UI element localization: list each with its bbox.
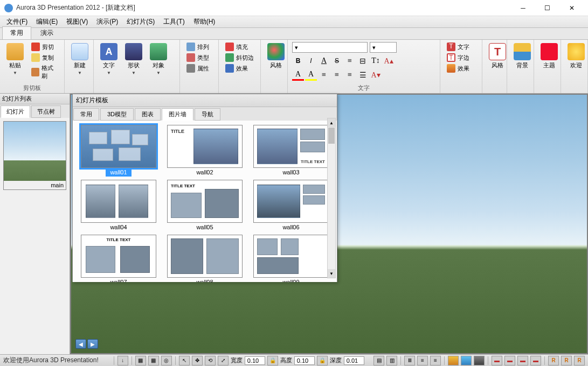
font-family-combo[interactable]: ▾ xyxy=(292,42,368,53)
ribbon-tab-common[interactable]: 常用 xyxy=(2,26,31,39)
new-button[interactable]: 新建 ▼ xyxy=(69,42,91,76)
increase-size-button[interactable]: A▴ xyxy=(383,55,395,67)
template-item[interactable]: TITLEwall02 xyxy=(163,125,246,177)
font-size-combo[interactable]: ▾ xyxy=(370,42,397,53)
menu-view[interactable]: 视图(V) xyxy=(62,16,92,27)
template-item[interactable]: wall01 xyxy=(77,125,160,177)
ribbon-tab-present[interactable]: 演示 xyxy=(32,26,61,39)
status-r3[interactable]: R xyxy=(574,356,585,365)
status-btn-2[interactable]: ▦ xyxy=(135,356,146,365)
style-button[interactable]: 风格 xyxy=(265,42,287,71)
template-item[interactable]: TITLE TEXTwall03 xyxy=(250,125,333,177)
template-item[interactable]: wall09 xyxy=(250,235,333,282)
template-tab-chart[interactable]: 图表 xyxy=(135,108,161,121)
copy-button[interactable]: 复制 xyxy=(29,53,60,62)
scroll-down-button[interactable]: ▼ xyxy=(328,269,335,278)
status-color-1[interactable] xyxy=(448,356,459,365)
status-r2[interactable]: R xyxy=(561,356,572,365)
align-center-button[interactable]: ≡ xyxy=(331,69,343,81)
format-brush-button[interactable]: 格式刷 xyxy=(29,64,60,81)
status-cursor-button[interactable]: ↖ xyxy=(179,356,190,365)
status-dist-1[interactable]: ▬ xyxy=(492,356,502,365)
status-btn-3[interactable]: ▦ xyxy=(148,356,159,365)
template-tab-picwall[interactable]: 图片墙 xyxy=(162,108,193,121)
property-button[interactable]: 属性 xyxy=(184,64,211,73)
nav-prev-button[interactable]: ◀ xyxy=(75,339,86,349)
text-effect-button[interactable]: 效果 xyxy=(445,64,472,73)
arrange-button[interactable]: 排列 xyxy=(184,42,211,52)
status-tool-a[interactable]: ▤ xyxy=(373,356,384,365)
nav-next-button[interactable]: ▶ xyxy=(87,339,98,349)
font-color-button[interactable]: A xyxy=(292,69,304,81)
status-color-2[interactable] xyxy=(461,356,472,365)
menu-help[interactable]: 帮助(H) xyxy=(189,16,220,27)
menu-tools[interactable]: 工具(T) xyxy=(159,16,189,27)
text-grid-style-button[interactable]: T风格 xyxy=(487,42,508,71)
close-button[interactable]: ✕ xyxy=(559,1,584,16)
height-lock-button[interactable]: 🔒 xyxy=(317,356,328,365)
tab-slides[interactable]: 幻灯片 xyxy=(1,105,30,118)
status-align-3[interactable]: ≡ xyxy=(430,356,441,365)
strike-button[interactable]: S xyxy=(331,55,343,67)
template-tab-3dmodel[interactable]: 3D模型 xyxy=(100,108,134,121)
width-value[interactable]: 0.10 xyxy=(245,356,265,365)
fontface-button[interactable]: A xyxy=(318,55,330,67)
welcome-button[interactable]: 欢迎 xyxy=(565,42,587,71)
status-rotate-button[interactable]: ⟲ xyxy=(205,356,216,365)
align-v-button[interactable]: ⊟ xyxy=(357,55,369,67)
fill-button[interactable]: 填充 xyxy=(223,42,256,52)
status-dist-2[interactable]: ▬ xyxy=(504,356,515,365)
menu-slides[interactable]: 幻灯片(S) xyxy=(122,16,159,27)
maximize-button[interactable]: ☐ xyxy=(535,1,559,16)
list-button[interactable]: ☰ xyxy=(357,69,369,81)
text-border-button[interactable]: T字边 xyxy=(445,53,472,62)
status-btn-1[interactable]: ↓ xyxy=(117,356,128,365)
status-move-button[interactable]: ✥ xyxy=(192,356,203,365)
theme-button[interactable]: 主题 xyxy=(538,42,560,71)
text-button[interactable]: A文字▼ xyxy=(98,42,120,76)
type-button[interactable]: 类型 xyxy=(184,53,211,62)
menu-present[interactable]: 演示(P) xyxy=(92,16,122,27)
shape-button[interactable]: 形状▼ xyxy=(123,42,144,76)
italic-button[interactable]: I xyxy=(305,55,317,67)
align-right-button[interactable]: ≡ xyxy=(344,69,356,81)
bevel-button[interactable]: 斜切边 xyxy=(223,53,256,62)
decrease-size-button[interactable]: A▾ xyxy=(370,69,382,81)
slide-thumbnail[interactable]: main xyxy=(3,121,66,190)
template-item[interactable]: wall04 xyxy=(77,180,160,231)
template-tab-common[interactable]: 常用 xyxy=(73,108,99,121)
highlight-button[interactable]: A xyxy=(305,69,317,81)
effect-button[interactable]: 效果 xyxy=(223,64,256,73)
paste-button[interactable]: 粘贴 ▼ xyxy=(4,42,26,76)
text-style-button[interactable]: T文字 xyxy=(445,42,472,52)
height-value[interactable]: 0.10 xyxy=(294,356,315,365)
status-tool-b[interactable]: ▥ xyxy=(386,356,397,365)
template-scrollbar[interactable]: ▲ ▼ xyxy=(327,118,336,278)
template-item[interactable]: TITLE TEXTwall05 xyxy=(163,180,246,231)
scroll-thumb[interactable] xyxy=(328,128,335,144)
status-scale-button[interactable]: ⤢ xyxy=(218,356,229,365)
status-align-2[interactable]: ≡ xyxy=(417,356,428,365)
tab-node-tree[interactable]: 节点树 xyxy=(31,105,61,118)
template-tab-nav[interactable]: 导航 xyxy=(195,108,220,121)
status-btn-4[interactable]: ◎ xyxy=(161,356,172,365)
width-lock-button[interactable]: 🔒 xyxy=(267,356,278,365)
status-dist-3[interactable]: ▬ xyxy=(517,356,528,365)
menu-file[interactable]: 文件(F) xyxy=(2,16,32,27)
depth-value[interactable]: 0.01 xyxy=(344,356,364,365)
status-color-3[interactable] xyxy=(474,356,485,365)
minimize-button[interactable]: ─ xyxy=(511,1,535,16)
template-item[interactable]: wall06 xyxy=(250,180,333,231)
template-item[interactable]: TITLE TEXTwall07 xyxy=(77,235,160,282)
object-button[interactable]: 对象▼ xyxy=(148,42,169,76)
spacing-button[interactable]: T↕ xyxy=(370,55,382,67)
status-dist-4[interactable]: ▬ xyxy=(530,356,541,365)
cut-button[interactable]: 剪切 xyxy=(29,42,60,52)
align-left-button[interactable]: ≡ xyxy=(318,69,330,81)
background-button[interactable]: 背景 xyxy=(511,42,533,71)
align-h-button[interactable]: ≡ xyxy=(344,55,356,67)
status-align-1[interactable]: Ⅲ xyxy=(404,356,415,365)
template-item[interactable]: wall08 xyxy=(163,235,246,282)
menu-edit[interactable]: 编辑(E) xyxy=(32,16,62,27)
bold-button[interactable]: B xyxy=(292,55,304,67)
